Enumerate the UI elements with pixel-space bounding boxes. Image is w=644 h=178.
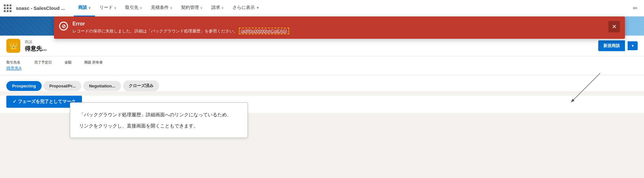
field-label-owner: 商談 所有者	[84, 60, 103, 65]
tooltip-line1: 「バックグラウンド処理履歴」詳細画面へのリンクになっているため、	[79, 110, 239, 119]
tooltip-popup: 「バックグラウンド処理履歴」詳細画面へのリンクになっているため、 リンクをクリッ…	[70, 102, 248, 138]
nav-chevron-leads: ∨	[114, 6, 116, 10]
nav-label-quotes: 見積条件	[151, 5, 169, 10]
nav-edit-icon[interactable]: ✏	[630, 2, 640, 14]
nav-chevron-contracts: ∨	[200, 6, 202, 10]
nav-item-contracts[interactable]: 契約管理 ∨	[177, 0, 207, 17]
nav-item-billing[interactable]: 請求 ∨	[207, 0, 228, 17]
nav-items: 商談 ∨ リード ∨ 取引先 ∨ 見積条件 ∨ 契約管理 ∨ 請求 ∨ さらに表…	[74, 0, 630, 17]
nav-item-leads[interactable]: リード ∨	[95, 0, 121, 17]
field-label-amount: 金額	[64, 60, 71, 65]
nav-bar: soasc - SalesCloud ... 商談 ∨ リード ∨ 取引先 ∨ …	[0, 0, 644, 17]
record-header: 👑 商談 得意先... 新規商談 ▼ ⊘ Error レコードの保存に失敗しまし…	[0, 36, 644, 56]
content-area: 👑 商談 得意先... 新規商談 ▼ ⊘ Error レコードの保存に失敗しまし…	[0, 17, 644, 178]
error-message: レコードの保存に失敗しました。詳細は「バックグラウンド処理履歴」を参照ください。…	[72, 28, 604, 34]
record-title-group: 商談 得意先...	[25, 39, 47, 52]
new-record-dropdown[interactable]: ▼	[627, 41, 638, 50]
nav-label-deals: 商談	[78, 5, 87, 10]
record-title: 得意先...	[25, 45, 47, 52]
stage-negotiation[interactable]: Negotiation...	[83, 81, 121, 91]
error-close-button[interactable]: ✕	[608, 21, 620, 32]
record-label: 商談	[25, 39, 47, 45]
nav-chevron-billing: ∨	[221, 6, 224, 10]
nav-chevron-deals: ∨	[88, 6, 91, 10]
stage-closed[interactable]: クローズ済み	[123, 80, 159, 91]
record-header-right: 新規商談 ▼	[598, 40, 638, 51]
nav-chevron-quotes: ∨	[170, 6, 172, 10]
field-label-close-date: 完了予定日	[34, 60, 52, 65]
new-record-button[interactable]: 新規商談	[598, 40, 625, 51]
error-banner: ⊘ Error レコードの保存に失敗しました。詳細は「バックグラウンド処理履歴」…	[54, 17, 625, 39]
record-icon: 👑	[6, 39, 20, 53]
stage-bar: Prospecting Proposal/Pr... Negotiation..…	[6, 80, 638, 91]
stage-proposal[interactable]: Proposal/Pr...	[44, 81, 81, 91]
app-name: soasc - SalesCloud ...	[16, 5, 65, 11]
field-account: 取引先名 得意先A	[6, 60, 22, 71]
field-value-account[interactable]: 得意先A	[6, 65, 22, 71]
stage-area: Prospecting Proposal/Pr... Negotiation..…	[0, 75, 644, 91]
error-link[interactable]: (a0R0o00000hACoiEAG)	[239, 28, 289, 34]
nav-label-accounts: 取引先	[125, 5, 139, 10]
app-switcher-icon[interactable]	[4, 4, 11, 12]
arrow-line	[556, 70, 607, 108]
nav-item-deals[interactable]: 商談 ∨	[74, 0, 95, 17]
field-label-account: 取引先名	[6, 60, 22, 65]
nav-label-billing: 請求	[211, 5, 220, 10]
nav-chevron-more: ▼	[256, 6, 259, 10]
nav-label-contracts: 契約管理	[181, 5, 199, 10]
nav-item-accounts[interactable]: 取引先 ∨	[121, 0, 146, 17]
svg-line-0	[572, 73, 600, 102]
error-title: Error	[72, 21, 604, 27]
record-icon-symbol: 👑	[9, 42, 18, 50]
field-close-date: 完了予定日	[34, 60, 52, 71]
stage-prospecting[interactable]: Prospecting	[6, 81, 42, 91]
nav-chevron-accounts: ∨	[140, 6, 142, 10]
field-amount: 金額	[64, 60, 71, 71]
error-content: Error レコードの保存に失敗しました。詳細は「バックグラウンド処理履歴」を参…	[72, 21, 604, 34]
field-owner: 商談 所有者	[84, 60, 103, 71]
nav-item-more[interactable]: さらに表示 ▼	[228, 0, 264, 17]
nav-item-quotes[interactable]: 見積条件 ∨	[146, 0, 177, 17]
nav-label-more: さらに表示	[233, 5, 255, 10]
tooltip-line2: リンクをクリックし、直接画面を開くこともできます。	[79, 121, 239, 130]
fields-row: 取引先名 得意先A 完了予定日 金額 商談 所有者	[0, 56, 644, 75]
error-message-text: レコードの保存に失敗しました。詳細は「バックグラウンド処理履歴」を参照ください。	[72, 29, 238, 33]
error-icon: ⊘	[59, 22, 68, 31]
nav-label-leads: リード	[99, 5, 113, 10]
